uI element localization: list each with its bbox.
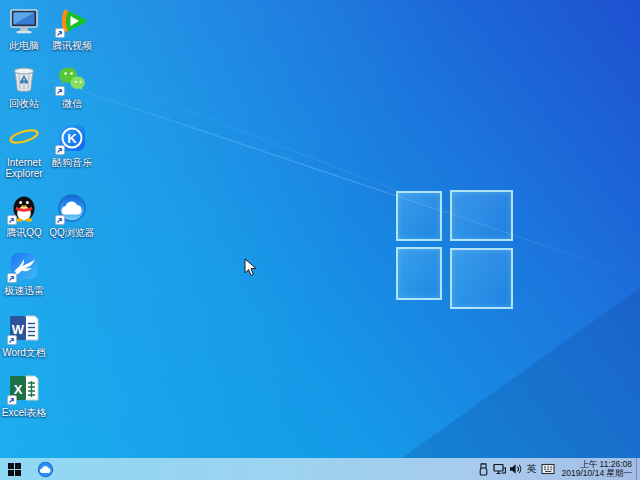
kugou-music-icon: K <box>56 122 88 154</box>
icon-label: QQ浏览器 <box>49 227 95 238</box>
tencent-video-icon <box>56 5 88 37</box>
desktop-icon-excel[interactable]: X Excel表格 <box>0 372 48 418</box>
this-pc-icon <box>8 5 40 37</box>
windows-start-icon <box>8 463 21 476</box>
wechat-icon <box>56 63 88 95</box>
recycle-bin-icon <box>8 63 40 95</box>
taskbar-item-qq-browser[interactable] <box>28 458 62 480</box>
icon-label: 极速迅雷 <box>4 285 44 296</box>
icon-label: Word文档 <box>2 347 46 358</box>
icon-label: 微信 <box>62 98 82 109</box>
internet-explorer-icon: e <box>8 122 40 154</box>
qq-browser-icon <box>56 192 88 224</box>
mouse-cursor <box>244 258 257 281</box>
shortcut-arrow-icon <box>7 215 17 225</box>
qq-browser-taskbar-icon <box>37 461 54 478</box>
desktop-icon-tencent-video[interactable]: 腾讯视频 <box>48 5 96 51</box>
wallpaper-light-ray <box>0 56 640 285</box>
desktop-icon-recycle-bin[interactable]: 回收站 <box>0 63 48 109</box>
system-tray: 英 上午 11:26:08 2019/10/14 星期一 <box>476 458 640 480</box>
svg-text:e: e <box>18 122 30 152</box>
icon-label: Excel表格 <box>2 407 46 418</box>
shortcut-arrow-icon <box>7 395 17 405</box>
icon-label: 腾讯QQ <box>6 227 42 238</box>
show-desktop-button[interactable] <box>636 458 640 480</box>
desktop-icon-tencent-qq[interactable]: 腾讯QQ <box>0 192 48 238</box>
desktop-icon-internet-explorer[interactable]: e Internet Explorer <box>0 122 48 179</box>
tencent-qq-icon <box>8 192 40 224</box>
network-icon[interactable] <box>492 458 508 480</box>
wallpaper-light-ray <box>0 30 640 289</box>
desktop-icon-thunder[interactable]: 极速迅雷 <box>0 250 48 296</box>
taskbar: 英 上午 11:26:08 2019/10/14 星期一 <box>0 458 640 480</box>
language-indicator[interactable]: 英 <box>524 458 540 480</box>
icon-label: 回收站 <box>9 98 39 109</box>
icon-label: 腾讯视频 <box>52 40 92 51</box>
svg-text:K: K <box>67 131 77 146</box>
wallpaper-light-beam <box>0 0 640 480</box>
usb-device-icon[interactable] <box>476 458 492 480</box>
shortcut-arrow-icon <box>7 273 17 283</box>
taskbar-clock[interactable]: 上午 11:26:08 2019/10/14 星期一 <box>562 460 632 479</box>
wallpaper-floor-shadow <box>0 0 640 480</box>
icon-label: 此电脑 <box>9 40 39 51</box>
shortcut-arrow-icon <box>55 145 65 155</box>
desktop-icon-word[interactable]: W Word文档 <box>0 312 48 358</box>
desktop-surface[interactable]: 此电脑 腾讯视频 回收站 <box>0 0 640 480</box>
shortcut-arrow-icon <box>7 335 17 345</box>
desktop-icon-this-pc[interactable]: 此电脑 <box>0 5 48 51</box>
start-button[interactable] <box>0 458 28 480</box>
word-icon: W <box>8 312 40 344</box>
shortcut-arrow-icon <box>55 215 65 225</box>
desktop-icon-wechat[interactable]: 微信 <box>48 63 96 109</box>
tray-date: 2019/10/14 星期一 <box>562 469 632 479</box>
volume-icon[interactable] <box>508 458 524 480</box>
shortcut-arrow-icon <box>55 86 65 96</box>
icon-label: 酷狗音乐 <box>52 157 92 168</box>
desktop-icon-kugou-music[interactable]: K 酷狗音乐 <box>48 122 96 168</box>
shortcut-arrow-icon <box>55 28 65 38</box>
thunder-icon <box>8 250 40 282</box>
icon-label: Internet Explorer <box>0 157 48 179</box>
excel-icon: X <box>8 372 40 404</box>
desktop-icon-qq-browser[interactable]: QQ浏览器 <box>48 192 96 238</box>
ime-keyboard-icon[interactable] <box>540 458 556 480</box>
